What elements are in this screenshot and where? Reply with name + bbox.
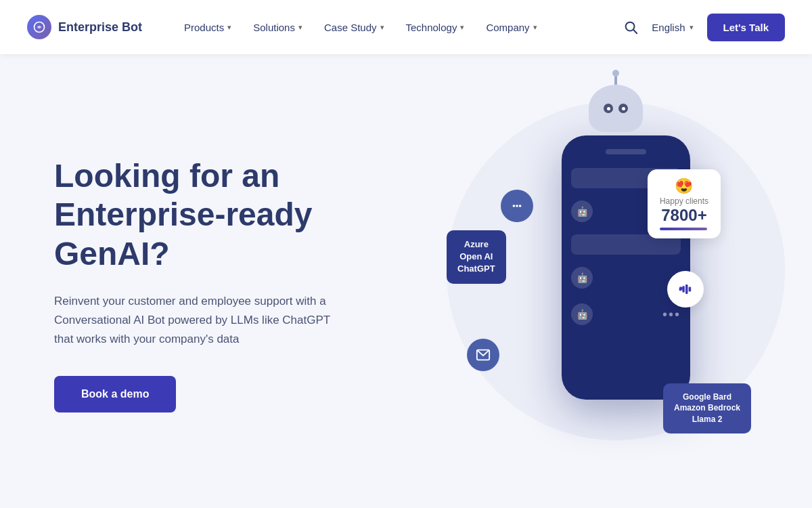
search-button[interactable]: [623, 20, 638, 35]
svg-point-1: [626, 22, 635, 31]
hero-description: Reinvent your customer and employee supp…: [54, 292, 338, 349]
chat-dots-icon: [510, 198, 524, 213]
phone-row-3: 🤖 •••: [571, 301, 681, 328]
lets-talk-button[interactable]: Let's Talk: [707, 14, 785, 41]
chat-bubble-top: [501, 190, 533, 222]
robot-eye-left: [604, 104, 613, 113]
email-icon: [476, 347, 491, 362]
happy-emoji: 😍: [660, 177, 708, 195]
happy-clients-card: 😍 Happy clients 7800+: [648, 169, 721, 238]
nav-company[interactable]: Company ▾: [476, 16, 546, 39]
bot-icon-3: 🤖: [571, 303, 593, 325]
nav-technology[interactable]: Technology ▾: [397, 16, 474, 39]
bot-icon: 🤖: [571, 200, 593, 222]
progress-bar: [660, 228, 707, 230]
phone-notch: [606, 149, 646, 154]
bot-icon-2: 🤖: [571, 267, 593, 289]
happy-clients-count: 7800+: [660, 206, 708, 225]
hero-left: Looking for an Enterprise-ready GenAI? R…: [54, 156, 379, 413]
search-icon: [623, 20, 638, 35]
logo[interactable]: Enterprise Bot: [27, 15, 142, 39]
nav-solutions[interactable]: Solutions ▾: [244, 16, 312, 39]
azure-card: Azure Open AI ChatGPT: [447, 230, 506, 284]
chevron-down-icon: ▾: [298, 23, 302, 32]
svg-rect-10: [689, 287, 692, 292]
google-bard-card: Google Bard Amazon Bedrock Llama 2: [663, 383, 751, 433]
nav-case-study[interactable]: Case Study ▾: [315, 16, 394, 39]
hero-section: Looking for an Enterprise-ready GenAI? R…: [0, 54, 812, 501]
logo-icon: [27, 15, 51, 39]
chevron-down-icon: ▾: [227, 23, 231, 32]
svg-rect-7: [679, 288, 682, 291]
robot-body: [589, 85, 643, 132]
chevron-down-icon: ▾: [380, 23, 384, 32]
svg-point-4: [516, 205, 518, 207]
robot-eye-right: [618, 104, 628, 113]
phone-row-2: 🤖: [571, 264, 681, 291]
chevron-down-icon: ▾: [533, 23, 537, 32]
book-demo-button[interactable]: Book a demo: [54, 376, 176, 412]
hero-illustration: 🤖 🤖 🤖 ••• Azure Open AI ChatGPT: [406, 95, 758, 474]
phone-dots: •••: [662, 307, 681, 322]
audio-wave-icon: [676, 280, 695, 299]
chevron-down-icon: ▾: [690, 23, 694, 32]
navbar: Enterprise Bot Products ▾ Solutions ▾ Ca…: [0, 0, 812, 54]
robot-antenna: [614, 74, 617, 85]
svg-rect-8: [682, 286, 685, 292]
chevron-down-icon: ▾: [460, 23, 464, 32]
robot-illustration: [589, 85, 643, 132]
svg-point-3: [513, 205, 516, 207]
nav-links: Products ▾ Solutions ▾ Case Study ▾ Tech…: [175, 16, 623, 39]
hero-title: Looking for an Enterprise-ready GenAI?: [54, 156, 379, 274]
brand-name: Enterprise Bot: [58, 20, 142, 35]
nav-right: English ▾ Let's Talk: [623, 14, 785, 41]
robot-face: [604, 104, 628, 113]
svg-rect-9: [685, 284, 688, 294]
svg-point-5: [519, 205, 522, 207]
happy-clients-label: Happy clients: [660, 196, 708, 206]
svg-line-2: [634, 30, 637, 34]
nav-products[interactable]: Products ▾: [175, 16, 241, 39]
language-selector[interactable]: English ▾: [652, 22, 693, 33]
email-bubble: [467, 339, 499, 371]
audio-phone-circle: [667, 271, 704, 308]
